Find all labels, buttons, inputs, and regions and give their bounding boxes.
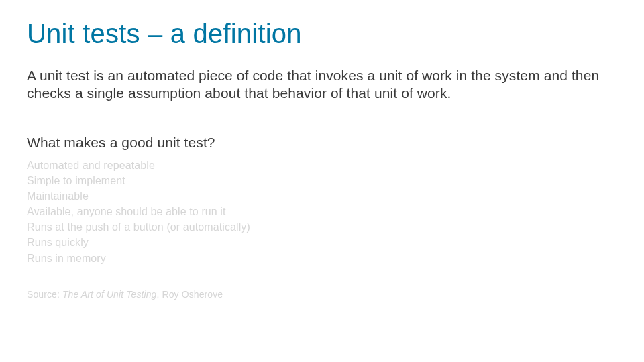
source-citation: Source: The Art of Unit Testing, Roy Osh… [27,289,617,300]
slide: Unit tests – a definition A unit test is… [0,0,644,362]
list-item: Simple to implement [27,173,617,188]
source-author: , Roy Osherove [157,289,223,300]
subheading: What makes a good unit test? [27,135,617,151]
slide-title: Unit tests – a definition [27,19,617,48]
list-item: Runs at the push of a button (or automat… [27,219,617,235]
source-prefix: Source: [27,289,62,300]
list-item: Available, anyone should be able to run … [27,204,617,219]
list-item: Runs quickly [27,235,617,250]
source-book-title: The Art of Unit Testing [62,289,157,300]
bullet-list: Automated and repeatable Simple to imple… [27,158,617,266]
list-item: Runs in memory [27,251,617,266]
definition-paragraph: A unit test is an automated piece of cod… [27,67,617,103]
list-item: Automated and repeatable [27,158,617,173]
list-item: Maintainable [27,188,617,204]
